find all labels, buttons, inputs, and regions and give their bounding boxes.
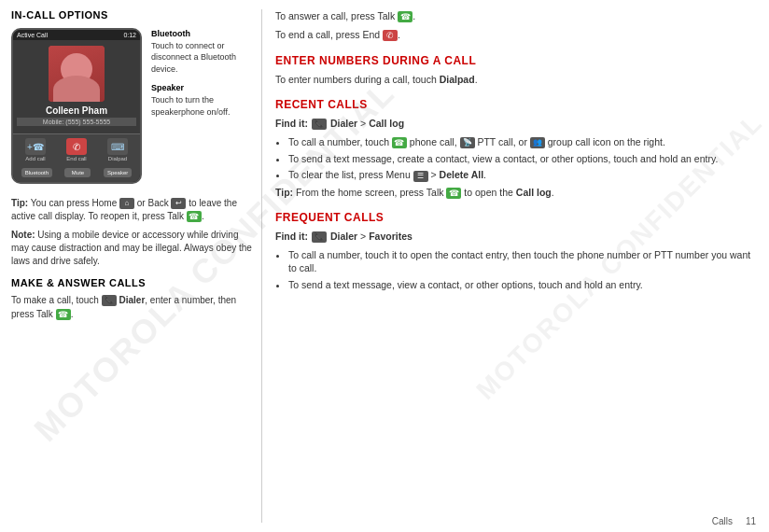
left-column: IN-CALL OPTIONS Active Call 0:12 (0, 0, 261, 532)
recent-calls-list: To call a number, touch ☎ phone call, 📡 … (288, 135, 756, 182)
frequent-calls-find-text: Dialer > Favorites (330, 230, 412, 245)
bluetooth-title: Bluetooth (149, 28, 252, 40)
recent-calls-item-2: To send a text message, create a contact… (288, 152, 756, 166)
phone-call-icon: ☎ (392, 137, 407, 148)
tip-text: You can press Home ⌂ or Back ↩ to leave … (11, 198, 237, 221)
contact-name: Colleen Pham (17, 105, 136, 116)
page-footer: Calls 11 (712, 516, 756, 526)
bluetooth-text: Touch to connect or disconnect a Bluetoo… (149, 40, 252, 76)
speaker-btn[interactable]: Speaker (104, 168, 132, 177)
back-icon: ↩ (171, 198, 186, 209)
recent-calls-tip: Tip: From the home screen, press Talk ☎ … (275, 186, 756, 200)
frequent-calls-heading: FREQUENT CALLS (275, 209, 756, 226)
active-call-label: Active Call (17, 32, 48, 38)
talk-icon-tip: ☎ (187, 211, 202, 222)
talk-icon-answer: ☎ (398, 11, 412, 22)
end-icon-text: ✆ (383, 30, 398, 41)
ptt-call-icon: 📡 (460, 137, 475, 148)
end-call-label: End call (66, 156, 86, 161)
end-call-icon: ✆ (66, 138, 87, 155)
make-answer-title: MAKE & ANSWER CALLS (11, 277, 252, 288)
bluetooth-annotation: Bluetooth Touch to connect or disconnect… (149, 28, 252, 75)
tip-label: Tip: (11, 198, 28, 208)
group-call-icon: 👥 (530, 137, 545, 148)
right-column: To answer a call, press Talk ☎. To end a… (262, 0, 769, 532)
recent-calls-find-text: Dialer > Call log (330, 117, 404, 132)
end-call-btn[interactable]: ✆ End call (66, 138, 87, 161)
recent-calls-find: Find it: 📞 Dialer > Call log (275, 117, 756, 132)
phone-buttons-row2: Bluetooth Mute Speaker (13, 165, 140, 182)
contact-avatar (49, 46, 105, 102)
recent-calls-heading: RECENT CALLS (275, 96, 756, 113)
dialpad-btn[interactable]: ⌨ Dialpad (107, 138, 128, 161)
speaker-text: Touch to turn the speakerphone on/off. (149, 94, 252, 118)
frequent-calls-item-1: To call a number, touch it to open the c… (288, 248, 756, 275)
page-label: Calls (712, 516, 733, 526)
speaker-title: Speaker (149, 82, 252, 94)
bluetooth-btn[interactable]: Bluetooth (21, 168, 52, 177)
frequent-calls-find: Find it: 📞 Dialer > Favorites (275, 230, 756, 245)
phone-mockup: Active Call 0:12 Colleen Pham Mobile: (5… (11, 28, 142, 184)
make-call-text: To make a call, touch 📞 Dialer, enter a … (11, 293, 252, 321)
enter-numbers-heading: ENTER NUMBERS DURING A CALL (275, 52, 756, 69)
speaker-annotation: Speaker Touch to turn the speakerphone o… (149, 82, 252, 118)
home-icon: ⌂ (119, 198, 134, 209)
talk-icon-make: ☎ (56, 309, 71, 320)
add-call-label: Add call (25, 156, 45, 161)
recent-calls-item-1: To call a number, touch ☎ phone call, 📡 … (288, 135, 756, 149)
talk-icon-recent-tip: ☎ (446, 188, 461, 199)
dialpad-label: Dialpad (108, 156, 127, 161)
phone-and-annotations: Active Call 0:12 Colleen Pham Mobile: (5… (11, 28, 252, 191)
end-call-text: To end a call, press End ✆. (275, 28, 756, 43)
tip-block: Tip: You can press Home ⌂ or Back ↩ to l… (11, 197, 252, 223)
dialer-icon-frequent: 📞 (312, 231, 327, 243)
note-label: Note: (11, 230, 35, 240)
recent-calls-item-3: To clear the list, press Menu ☰ > Delete… (288, 168, 756, 182)
menu-icon-recent: ☰ (413, 171, 428, 182)
enter-numbers-text: To enter numbers during a call, touch Di… (275, 73, 756, 88)
mute-btn[interactable]: Mute (64, 168, 91, 177)
note-text: Using a mobile device or accessory while… (11, 230, 252, 266)
frequent-calls-item-2: To send a text message, view a contact, … (288, 278, 756, 292)
frequent-calls-list: To call a number, touch it to open the c… (288, 248, 756, 292)
phone-buttons-row1: +☎ Add call ✆ End call ⌨ Dialpad (13, 133, 140, 165)
phone-status-bar: Active Call 0:12 (13, 30, 140, 40)
note-block: Note: Using a mobile device or accessory… (11, 229, 252, 268)
phone-annotations: Bluetooth Touch to connect or disconnect… (149, 28, 252, 118)
call-duration: 0:12 (123, 32, 136, 38)
add-call-icon: +☎ (25, 138, 46, 155)
in-call-options-title: IN-CALL OPTIONS (11, 9, 252, 21)
contact-number: Mobile: (555) 555-5555 (17, 118, 136, 126)
phone-screen: Colleen Pham Mobile: (555) 555-5555 (13, 40, 140, 133)
dialer-icon-make: 📞 (102, 295, 117, 306)
dialpad-icon: ⌨ (107, 138, 128, 155)
page-container: IN-CALL OPTIONS Active Call 0:12 (0, 0, 769, 532)
page-number: 11 (746, 516, 756, 526)
answer-call-text: To answer a call, press Talk ☎. (275, 9, 756, 24)
dialer-icon-recent: 📞 (312, 119, 327, 130)
add-call-btn[interactable]: +☎ Add call (25, 138, 46, 161)
